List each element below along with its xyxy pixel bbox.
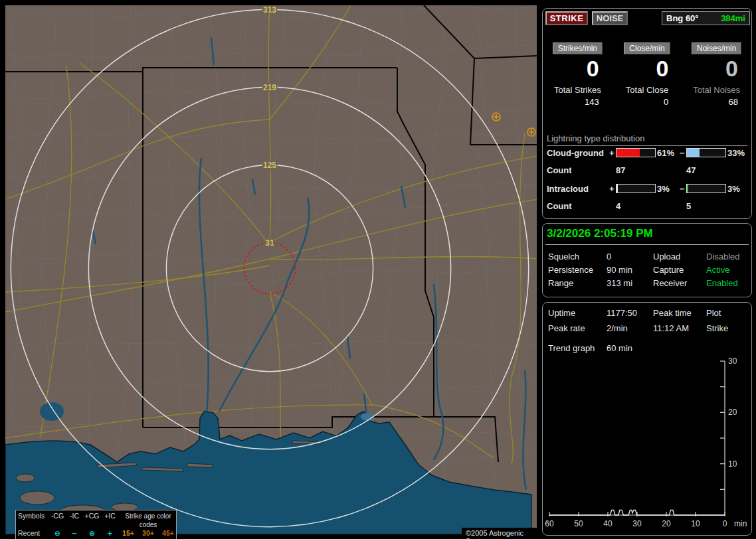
cloud-ground-count-row: Count 87 47 bbox=[543, 165, 751, 176]
svg-text:10: 10 bbox=[691, 519, 700, 528]
total-strikes-label: Total Strikes bbox=[543, 85, 613, 95]
noise-toggle-button[interactable]: NOISE bbox=[592, 11, 628, 25]
symbol-legend: Symbols -CG -IC +CG +IC Strike age color… bbox=[15, 510, 177, 539]
close-per-min-chip: Close/min bbox=[624, 42, 670, 54]
cg-plus-bar bbox=[616, 148, 656, 157]
trend-graph-row: Trend graph 60 min bbox=[543, 343, 751, 354]
rate-counters: Strikes/min 0 Total Strikes 143 Close/mi… bbox=[543, 42, 751, 107]
persistence-value: 90 min bbox=[607, 265, 632, 275]
count-label: Count bbox=[547, 201, 572, 211]
ic-minus-recent-icon: − bbox=[66, 529, 82, 538]
ic-plus-percent: 3% bbox=[657, 184, 670, 194]
legend-header-pic: +IC bbox=[102, 512, 118, 529]
legend-header-nic: -IC bbox=[66, 512, 82, 529]
svg-text:125: 125 bbox=[263, 161, 276, 170]
status-row: Range 313 mi Receiver Enabled bbox=[543, 278, 751, 289]
cg-plus-count: 87 bbox=[616, 165, 625, 175]
peak-rate-row: Peak rate 2/min 11:12 AM Strike bbox=[543, 323, 751, 334]
total-strikes-value: 143 bbox=[543, 97, 613, 107]
noises-per-min-chip: Noises/min bbox=[692, 42, 741, 54]
cloud-ground-label: Cloud-ground bbox=[547, 148, 604, 158]
total-close-value: 0 bbox=[613, 97, 682, 107]
ic-plus-count: 4 bbox=[616, 201, 620, 211]
legend-age-title: Strike age color codes bbox=[118, 512, 178, 529]
bearing-distance: 384mi bbox=[721, 13, 745, 23]
ic-minus-bar bbox=[686, 184, 726, 193]
range-label: Range bbox=[548, 278, 573, 288]
ic-minus-percent: 3% bbox=[727, 184, 740, 194]
intracloud-label: Intracloud bbox=[547, 184, 589, 194]
receiver-label: Receiver bbox=[653, 278, 687, 288]
copyright-text: ©2005 Astrogenic Systems bbox=[462, 528, 537, 539]
svg-text:0: 0 bbox=[723, 519, 727, 528]
range-value: 313 mi bbox=[607, 278, 632, 288]
strikes-per-min-chip: Strikes/min bbox=[553, 42, 603, 54]
svg-text:30: 30 bbox=[632, 519, 642, 528]
svg-text:30: 30 bbox=[728, 356, 737, 366]
status-row: Squelch 0 Upload Disabled bbox=[543, 252, 751, 262]
strike-toggle-button[interactable]: STRIKE bbox=[545, 11, 588, 25]
cg-minus-recent-icon: ⊖ bbox=[48, 529, 66, 538]
status-panel: 3/2/2026 2:05:19 PM Squelch 0 Upload Dis… bbox=[542, 223, 752, 297]
svg-text:20: 20 bbox=[728, 408, 737, 417]
count-label: Count bbox=[547, 165, 572, 175]
divider bbox=[545, 244, 749, 245]
cg-plus-percent: 61% bbox=[657, 148, 674, 158]
capture-status: Active bbox=[706, 265, 729, 275]
intracloud-count-row: Count 4 5 bbox=[543, 201, 751, 212]
distribution-title: Lightning type distribution bbox=[547, 133, 747, 146]
capture-label: Capture bbox=[653, 265, 684, 275]
total-noises-value: 68 bbox=[682, 97, 751, 107]
age-code-30: 30+ bbox=[138, 529, 158, 538]
receiver-status: Enabled bbox=[706, 278, 738, 288]
ic-plus-bar bbox=[616, 184, 656, 193]
plus-sign: + bbox=[609, 148, 614, 158]
trend-graph-label: Trend graph bbox=[548, 343, 595, 353]
svg-text:min: min bbox=[734, 519, 747, 528]
legend-header-pcg: +CG bbox=[82, 512, 102, 529]
cg-minus-percent: 33% bbox=[727, 148, 745, 158]
trend-panel: Uptime 1177:50 Peak time Plot Peak rate … bbox=[542, 302, 752, 536]
age-code-15: 15+ bbox=[118, 529, 138, 538]
plot-mode-value: Strike bbox=[706, 323, 728, 333]
cg-minus-bar bbox=[686, 148, 726, 157]
legend-header-ncg: -CG bbox=[48, 512, 66, 529]
lake bbox=[40, 402, 64, 421]
svg-text:60: 60 bbox=[545, 519, 554, 528]
uptime-row: Uptime 1177:50 Peak time Plot bbox=[543, 308, 751, 319]
uptime-value: 1177:50 bbox=[607, 308, 637, 318]
plus-sign: + bbox=[609, 184, 614, 194]
datetime-display: 3/2/2026 2:05:19 PM bbox=[547, 227, 653, 240]
bay bbox=[361, 413, 374, 421]
squelch-label: Squelch bbox=[548, 252, 579, 262]
svg-text:20: 20 bbox=[662, 519, 671, 528]
intracloud-row: Intracloud + 3% − 3% bbox=[543, 184, 751, 194]
nexstorm-window: { "window": { "copyright": "©2005 Astrog… bbox=[0, 0, 756, 539]
map-view[interactable]: 31125219313 Symbols -CG -IC +CG +IC Stri… bbox=[5, 5, 537, 534]
strikes-per-min-value: 0 bbox=[543, 56, 613, 80]
svg-text:313: 313 bbox=[263, 5, 276, 15]
svg-text:50: 50 bbox=[574, 519, 583, 528]
peak-rate-value: 2/min bbox=[607, 323, 628, 333]
cg-plus-recent-icon: ⊕ bbox=[82, 529, 102, 538]
close-counter-column: Close/min 0 Total Close 0 bbox=[613, 42, 682, 107]
plot-label: Plot bbox=[706, 308, 721, 318]
bearing-label: Bng 60° bbox=[666, 13, 699, 23]
peak-time-label: Peak time bbox=[653, 308, 692, 318]
age-code-45: 45+ bbox=[158, 529, 178, 538]
persistence-label: Persistence bbox=[548, 265, 593, 275]
total-close-label: Total Close bbox=[613, 85, 682, 95]
svg-text:31: 31 bbox=[265, 238, 274, 248]
peak-time-value: 11:12 AM bbox=[653, 323, 689, 333]
counters-panel: STRIKE NOISE Bng 60° 384mi Strikes/min 0… bbox=[542, 8, 752, 219]
trend-graph-window: 60 min bbox=[607, 343, 632, 353]
svg-text:10: 10 bbox=[728, 459, 737, 469]
upload-label: Upload bbox=[653, 252, 680, 262]
map-canvas: 31125219313 bbox=[5, 5, 537, 534]
ic-minus-count: 5 bbox=[686, 201, 691, 211]
svg-text:40: 40 bbox=[603, 519, 613, 528]
total-noises-label: Total Noises bbox=[682, 85, 751, 95]
bearing-readout: Bng 60° 384mi bbox=[662, 11, 750, 25]
minus-sign: − bbox=[680, 184, 685, 194]
trend-chart: 6050403020100min102030 bbox=[544, 353, 750, 531]
